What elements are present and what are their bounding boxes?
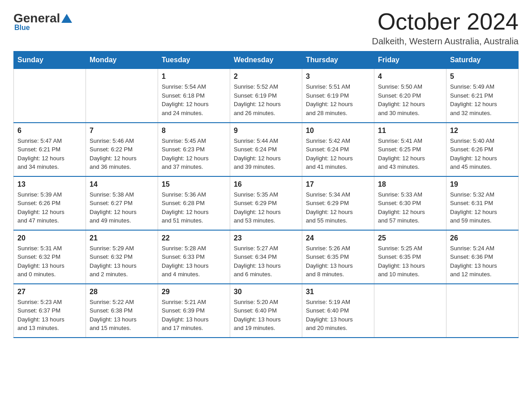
title-section: October 2024 Dalkeith, Western Australia…	[372, 9, 519, 47]
day-number: 3	[306, 73, 370, 81]
calendar-cell	[446, 284, 519, 338]
day-number: 14	[90, 180, 154, 188]
day-info: Sunrise: 5:54 AMSunset: 6:18 PMDaylight:…	[162, 82, 226, 117]
calendar-cell: 27Sunrise: 5:23 AMSunset: 6:37 PMDayligh…	[14, 284, 86, 338]
day-info: Sunrise: 5:50 AMSunset: 6:20 PMDaylight:…	[378, 82, 442, 117]
day-number: 5	[450, 73, 515, 81]
location-text: Dalkeith, Western Australia, Australia	[372, 36, 519, 47]
day-number: 7	[90, 127, 154, 135]
calendar-cell: 2Sunrise: 5:52 AMSunset: 6:19 PMDaylight…	[230, 69, 302, 123]
day-info: Sunrise: 5:26 AMSunset: 6:35 PMDaylight:…	[306, 244, 370, 279]
calendar-cell: 17Sunrise: 5:34 AMSunset: 6:29 PMDayligh…	[302, 176, 374, 230]
calendar-cell: 1Sunrise: 5:54 AMSunset: 6:18 PMDaylight…	[158, 69, 230, 123]
day-of-week-header: Monday	[86, 51, 158, 69]
day-info: Sunrise: 5:19 AMSunset: 6:40 PMDaylight:…	[306, 298, 370, 333]
day-info: Sunrise: 5:38 AMSunset: 6:27 PMDaylight:…	[90, 190, 154, 225]
day-number: 29	[162, 288, 226, 296]
day-number: 30	[234, 288, 298, 296]
calendar-cell: 9Sunrise: 5:44 AMSunset: 6:24 PMDaylight…	[230, 123, 302, 176]
calendar-cell	[374, 284, 446, 338]
day-number: 11	[378, 127, 442, 135]
day-info: Sunrise: 5:23 AMSunset: 6:37 PMDaylight:…	[17, 298, 82, 333]
day-number: 28	[90, 288, 154, 296]
day-number: 8	[162, 127, 226, 135]
day-info: Sunrise: 5:29 AMSunset: 6:32 PMDaylight:…	[90, 244, 154, 279]
calendar-cell: 31Sunrise: 5:19 AMSunset: 6:40 PMDayligh…	[302, 284, 374, 338]
day-number: 6	[17, 127, 82, 135]
day-info: Sunrise: 5:39 AMSunset: 6:26 PMDaylight:…	[17, 190, 82, 225]
day-info: Sunrise: 5:28 AMSunset: 6:33 PMDaylight:…	[162, 244, 226, 279]
day-info: Sunrise: 5:31 AMSunset: 6:32 PMDaylight:…	[17, 244, 82, 279]
calendar-cell: 16Sunrise: 5:35 AMSunset: 6:29 PMDayligh…	[230, 176, 302, 230]
logo: General Blue	[13, 9, 73, 32]
day-number: 4	[378, 73, 442, 81]
day-number: 26	[450, 234, 515, 242]
calendar-week-row: 27Sunrise: 5:23 AMSunset: 6:37 PMDayligh…	[14, 284, 519, 338]
calendar-table: SundayMondayTuesdayWednesdayThursdayFrid…	[13, 51, 519, 338]
calendar-cell: 12Sunrise: 5:40 AMSunset: 6:26 PMDayligh…	[446, 123, 519, 176]
day-info: Sunrise: 5:25 AMSunset: 6:35 PMDaylight:…	[378, 244, 442, 279]
calendar-cell: 3Sunrise: 5:51 AMSunset: 6:19 PMDaylight…	[302, 69, 374, 123]
day-of-week-header: Thursday	[302, 51, 374, 69]
day-info: Sunrise: 5:35 AMSunset: 6:29 PMDaylight:…	[234, 190, 298, 225]
calendar-week-row: 13Sunrise: 5:39 AMSunset: 6:26 PMDayligh…	[14, 176, 519, 230]
day-info: Sunrise: 5:46 AMSunset: 6:22 PMDaylight:…	[90, 137, 154, 171]
day-number: 10	[306, 127, 370, 135]
day-info: Sunrise: 5:24 AMSunset: 6:36 PMDaylight:…	[450, 244, 515, 279]
day-number: 20	[17, 234, 82, 242]
calendar-cell: 5Sunrise: 5:49 AMSunset: 6:21 PMDaylight…	[446, 69, 519, 123]
calendar-cell: 7Sunrise: 5:46 AMSunset: 6:22 PMDaylight…	[86, 123, 158, 176]
day-number: 22	[162, 234, 226, 242]
day-number: 25	[378, 234, 442, 242]
day-number: 31	[306, 288, 370, 296]
day-info: Sunrise: 5:52 AMSunset: 6:19 PMDaylight:…	[234, 82, 298, 117]
day-info: Sunrise: 5:27 AMSunset: 6:34 PMDaylight:…	[234, 244, 298, 279]
day-number: 9	[234, 127, 298, 135]
day-number: 16	[234, 180, 298, 188]
day-number: 15	[162, 180, 226, 188]
day-info: Sunrise: 5:40 AMSunset: 6:26 PMDaylight:…	[450, 137, 515, 171]
logo-triangle-icon	[61, 14, 72, 23]
calendar-cell: 6Sunrise: 5:47 AMSunset: 6:21 PMDaylight…	[14, 123, 86, 176]
calendar-cell: 13Sunrise: 5:39 AMSunset: 6:26 PMDayligh…	[14, 176, 86, 230]
day-number: 24	[306, 234, 370, 242]
month-title: October 2024	[372, 9, 519, 34]
calendar-week-row: 6Sunrise: 5:47 AMSunset: 6:21 PMDaylight…	[14, 123, 519, 176]
day-number: 12	[450, 127, 515, 135]
day-info: Sunrise: 5:33 AMSunset: 6:30 PMDaylight:…	[378, 190, 442, 225]
calendar-cell	[86, 69, 158, 123]
calendar-cell: 18Sunrise: 5:33 AMSunset: 6:30 PMDayligh…	[374, 176, 446, 230]
day-info: Sunrise: 5:42 AMSunset: 6:24 PMDaylight:…	[306, 137, 370, 171]
calendar-cell: 30Sunrise: 5:20 AMSunset: 6:40 PMDayligh…	[230, 284, 302, 338]
day-of-week-header: Saturday	[446, 51, 519, 69]
day-info: Sunrise: 5:51 AMSunset: 6:19 PMDaylight:…	[306, 82, 370, 117]
day-info: Sunrise: 5:45 AMSunset: 6:23 PMDaylight:…	[162, 137, 226, 171]
calendar-cell: 20Sunrise: 5:31 AMSunset: 6:32 PMDayligh…	[14, 230, 86, 284]
calendar-week-row: 1Sunrise: 5:54 AMSunset: 6:18 PMDaylight…	[14, 69, 519, 123]
page-header: General Blue October 2024 Dalkeith, West…	[13, 9, 519, 47]
day-info: Sunrise: 5:47 AMSunset: 6:21 PMDaylight:…	[17, 137, 82, 171]
day-info: Sunrise: 5:36 AMSunset: 6:28 PMDaylight:…	[162, 190, 226, 225]
day-info: Sunrise: 5:41 AMSunset: 6:25 PMDaylight:…	[378, 137, 442, 171]
day-info: Sunrise: 5:49 AMSunset: 6:21 PMDaylight:…	[450, 82, 515, 117]
day-info: Sunrise: 5:22 AMSunset: 6:38 PMDaylight:…	[90, 298, 154, 333]
day-info: Sunrise: 5:21 AMSunset: 6:39 PMDaylight:…	[162, 298, 226, 333]
calendar-cell: 25Sunrise: 5:25 AMSunset: 6:35 PMDayligh…	[374, 230, 446, 284]
calendar-week-row: 20Sunrise: 5:31 AMSunset: 6:32 PMDayligh…	[14, 230, 519, 284]
calendar-cell: 8Sunrise: 5:45 AMSunset: 6:23 PMDaylight…	[158, 123, 230, 176]
day-number: 27	[17, 288, 82, 296]
day-info: Sunrise: 5:32 AMSunset: 6:31 PMDaylight:…	[450, 190, 515, 225]
day-number: 23	[234, 234, 298, 242]
calendar-cell: 22Sunrise: 5:28 AMSunset: 6:33 PMDayligh…	[158, 230, 230, 284]
calendar-cell: 11Sunrise: 5:41 AMSunset: 6:25 PMDayligh…	[374, 123, 446, 176]
day-number: 18	[378, 180, 442, 188]
day-number: 1	[162, 73, 226, 81]
calendar-cell: 24Sunrise: 5:26 AMSunset: 6:35 PMDayligh…	[302, 230, 374, 284]
calendar-cell: 21Sunrise: 5:29 AMSunset: 6:32 PMDayligh…	[86, 230, 158, 284]
day-number: 19	[450, 180, 515, 188]
day-info: Sunrise: 5:34 AMSunset: 6:29 PMDaylight:…	[306, 190, 370, 225]
day-of-week-header: Wednesday	[230, 51, 302, 69]
day-of-week-header: Tuesday	[158, 51, 230, 69]
day-number: 17	[306, 180, 370, 188]
calendar-cell: 19Sunrise: 5:32 AMSunset: 6:31 PMDayligh…	[446, 176, 519, 230]
